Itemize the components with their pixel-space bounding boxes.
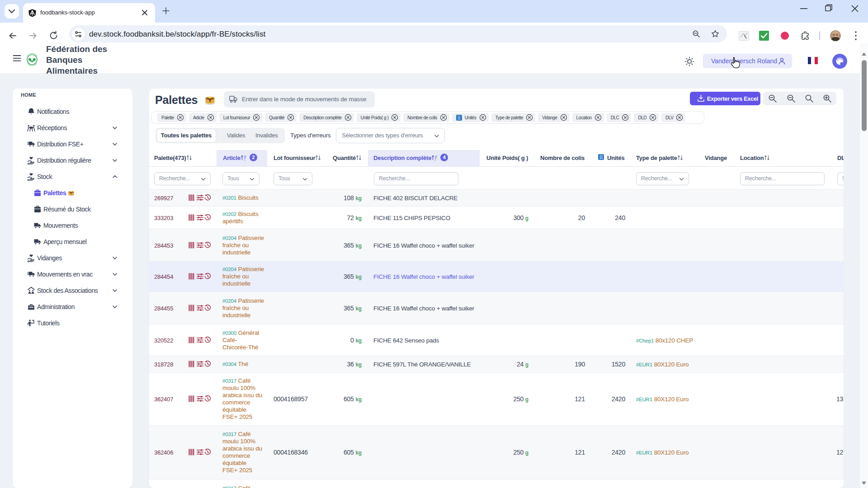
svg-text:3 4: 3 4: [600, 157, 603, 160]
svg-text:1 2: 1 2: [458, 115, 460, 117]
svg-text:1 2: 1 2: [600, 155, 603, 157]
svg-text:3 4: 3 4: [458, 118, 460, 120]
